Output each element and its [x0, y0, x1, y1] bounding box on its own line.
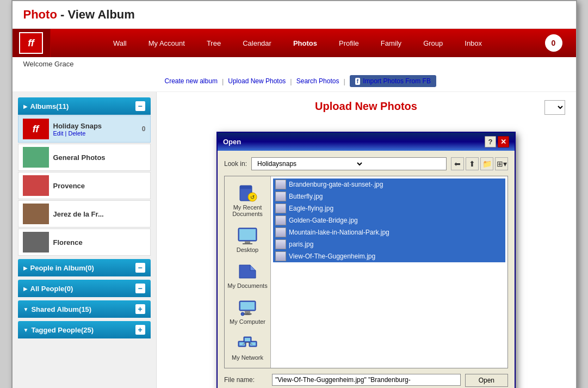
sidebar-nav-network[interactable]: My Network [225, 329, 270, 365]
sidebar-nav-mydocs[interactable]: My Documents [225, 257, 270, 293]
dialog-close-button[interactable]: ✕ [498, 136, 509, 147]
recent-docs-label: My Recent Documents [227, 204, 268, 217]
svg-text:↺: ↺ [250, 194, 255, 200]
file-name-3: Eagle-flying.jpg [289, 205, 333, 212]
sidebar-nav-desktop[interactable]: Desktop [225, 221, 270, 257]
album-item-provence[interactable]: Provence [18, 172, 151, 199]
dialog-footer: File name: Files of type: Customised Fil… [224, 374, 508, 388]
dialog-body: Look in: Holidaysnaps ⬅ ⬆ 📁 ⊞▾ [218, 151, 515, 388]
file-item-7[interactable]: View-Of-The-Guggenheim.jpg [273, 250, 505, 262]
album-actions-holiday: Edit | Delete [53, 130, 138, 137]
dialog-title-buttons: ? ✕ [485, 136, 509, 147]
file-icon-2 [275, 192, 286, 201]
look-in-select[interactable]: Holidaysnaps [251, 157, 447, 170]
dialog-overlay: Open ? ✕ Look in: [168, 121, 565, 388]
welcome-text: Welcome Grace [23, 60, 74, 68]
search-photos-link[interactable]: Search Photos [296, 77, 339, 85]
albums-label: Albums(11) [30, 102, 135, 110]
logo-icon: ff [19, 32, 43, 54]
welcome-bar: Welcome Grace [13, 57, 576, 71]
nav-view-button[interactable]: ⊞▾ [495, 157, 508, 170]
my-computer-label: My Computer [230, 318, 265, 325]
tagged-expand-button[interactable]: + [135, 325, 145, 335]
file-item-5[interactable]: Mountain-lake-in-National-Park.jpg [273, 226, 505, 238]
nav-up-button[interactable]: ⬆ [466, 157, 479, 170]
open-dialog: Open ? ✕ Look in: [216, 132, 516, 388]
all-people-section-header[interactable]: ▶ All People(0) − [18, 280, 151, 297]
create-album-link[interactable]: Create new album [165, 77, 218, 85]
import-fb-button[interactable]: f Import Photos From FB [350, 75, 436, 87]
my-network-icon [237, 334, 258, 353]
svg-rect-9 [240, 302, 255, 310]
desktop-icon [237, 226, 258, 245]
file-icon-5 [275, 227, 286, 237]
all-people-arrow-icon: ▶ [23, 286, 28, 292]
people-arrow-icon: ▶ [23, 265, 28, 271]
title-rest: - View Album [57, 8, 135, 21]
sidebar-nav-mycomputer[interactable]: My Computer [225, 293, 270, 329]
svg-rect-1 [240, 186, 252, 189]
shared-expand-button[interactable]: + [135, 304, 145, 314]
desktop-label: Desktop [237, 247, 258, 253]
nav-calendar[interactable]: Calendar [232, 30, 282, 56]
shared-label: Shared Album(15) [31, 305, 135, 313]
file-name-6: paris.jpg [289, 241, 313, 248]
nav-myaccount[interactable]: My Account [138, 30, 196, 56]
file-icon-3 [275, 204, 286, 213]
all-people-label: All People(0) [30, 285, 135, 293]
dialog-help-button[interactable]: ? [485, 136, 496, 147]
shared-album-section: ▼ Shared Album(15) + [18, 300, 151, 318]
file-item-6[interactable]: paris.jpg [273, 238, 505, 250]
delete-album-link[interactable]: Delete [68, 130, 85, 137]
edit-album-link[interactable]: Edit [53, 130, 64, 137]
all-people-collapse-button[interactable]: − [135, 284, 145, 293]
nav-wall[interactable]: Wall [102, 30, 138, 56]
nav-group[interactable]: Group [412, 30, 454, 56]
people-section-header[interactable]: ▶ People in Album(0) − [18, 259, 151, 276]
album-thumb-icon: ff [33, 124, 39, 135]
album-item-general[interactable]: General Photos [18, 144, 151, 171]
svg-point-12 [241, 312, 244, 316]
tagged-section-header[interactable]: ▼ Tagged People(25) + [18, 321, 151, 338]
nav-new-folder-button[interactable]: 📁 [480, 157, 493, 170]
file-name-input[interactable] [272, 374, 461, 386]
album-item-jerez[interactable]: Jerez de la Fr... [18, 200, 151, 227]
nav-links: Wall My Account Tree Calendar Photos Pro… [51, 30, 545, 56]
shared-section-header[interactable]: ▼ Shared Album(15) + [18, 300, 151, 318]
file-item-4[interactable]: Golden-Gate-Bridge.jpg [273, 214, 505, 226]
upload-photos-link[interactable]: Upload New Photos [228, 77, 286, 85]
album-dropdown[interactable] [544, 100, 565, 115]
action-bar: Create new album | Upload New Photos | S… [13, 71, 576, 92]
albums-section-header[interactable]: ▶ Albums(11) − [18, 97, 151, 115]
sidebar: ▶ Albums(11) − ff Holiday Snaps Edit | D… [13, 92, 157, 388]
album-info-holiday: Holiday Snaps Edit | Delete [53, 122, 138, 137]
people-label: People in Album(0) [30, 264, 135, 272]
people-collapse-button[interactable]: − [135, 263, 145, 273]
look-in-row: Look in: Holidaysnaps ⬅ ⬆ 📁 ⊞▾ [224, 157, 508, 170]
album-info-general: General Photos [53, 153, 146, 162]
albums-collapse-button[interactable]: − [135, 101, 145, 111]
inbox-badge-wrap: 0 [545, 34, 576, 52]
nav-family[interactable]: Family [370, 30, 412, 56]
file-name-5: Mountain-lake-in-National-Park.jpg [289, 229, 389, 236]
my-network-label: My Network [232, 354, 263, 361]
nav-profile[interactable]: Profile [328, 30, 370, 56]
nav-inbox[interactable]: Inbox [454, 30, 493, 56]
album-name-florence: Florence [53, 238, 146, 247]
look-in-dropdown[interactable]: Holidaysnaps [255, 159, 364, 168]
nav-photos[interactable]: Photos [282, 30, 328, 56]
file-list[interactable]: Brandenburg-gate-at-sunset-.jpg Butterfl… [271, 176, 507, 312]
album-item-florence[interactable]: Florence [18, 229, 151, 256]
sidebar-nav-recent[interactable]: ↺ My Recent Documents [225, 179, 270, 221]
albums-arrow-icon: ▶ [23, 103, 28, 109]
nav-back-button[interactable]: ⬅ [451, 157, 464, 170]
file-item-3[interactable]: Eagle-flying.jpg [273, 202, 505, 214]
nav-tree[interactable]: Tree [196, 30, 232, 56]
file-icon-4 [275, 215, 286, 225]
album-item-holiday-snaps[interactable]: ff Holiday Snaps Edit | Delete 0 [18, 115, 151, 143]
open-button[interactable]: Open [465, 374, 508, 387]
album-count-holiday: 0 [142, 125, 146, 133]
file-icon-6 [275, 239, 286, 249]
file-item-2[interactable]: Butterfly.jpg [273, 190, 505, 202]
file-item-1[interactable]: Brandenburg-gate-at-sunset-.jpg [273, 178, 505, 190]
